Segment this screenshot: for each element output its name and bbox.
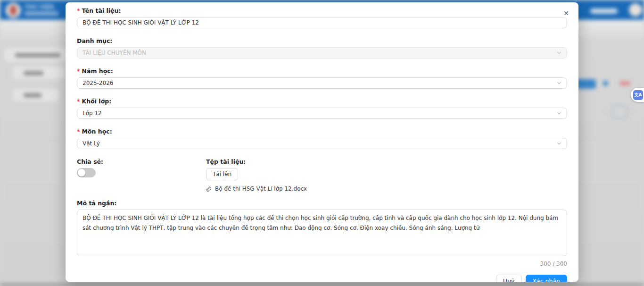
chevron-down-icon (557, 50, 561, 55)
description-label: Mô tả ngắn: (77, 200, 567, 207)
edit-document-modal: ✕ * Tên tài liệu: Danh mục: TÀI LIỆU CHU… (66, 2, 578, 282)
field-school-year: * Năm học: 2025-2026 (77, 67, 567, 89)
share-file-row: Chia sẻ: Tệp tài liệu: Tải lên Bộ đề thi… (77, 158, 567, 192)
attached-file-name: Bộ đề thi HSG Vật Lí lớp 12.docx (215, 185, 307, 192)
category-select: TÀI LIỆU CHUYÊN MÔN (77, 47, 567, 59)
char-counter: 300 / 300 (77, 261, 567, 267)
required-mark: * (77, 128, 80, 135)
file-label: Tệp tài liệu: (206, 158, 567, 165)
subject-select[interactable]: Vật Lý (77, 138, 567, 149)
chevron-down-icon (557, 111, 561, 116)
grade-select[interactable]: Lớp 12 (77, 108, 567, 119)
cancel-button[interactable]: Huỷ (496, 275, 522, 282)
attached-file[interactable]: Bộ đề thi HSG Vật Lí lớp 12.docx (206, 185, 567, 192)
category-select-value: TÀI LIỆU CHUYÊN MÔN (83, 50, 146, 56)
translate-icon[interactable]: 文A (633, 90, 643, 100)
field-category: Danh mục: TÀI LIỆU CHUYÊN MÔN (77, 37, 567, 59)
paperclip-icon (206, 186, 212, 192)
field-file: Tệp tài liệu: Tải lên Bộ đề thi HSG Vật … (206, 158, 567, 192)
subject-select-value: Vật Lý (83, 140, 100, 147)
grade-label: * Khối lớp: (77, 98, 567, 105)
translate-widget[interactable]: 文A (631, 88, 644, 102)
school-year-label: * Năm học: (77, 67, 567, 75)
confirm-button[interactable]: Xác nhận (526, 275, 568, 282)
close-icon[interactable]: ✕ (562, 9, 570, 17)
field-description: Mô tả ngắn: BỘ ĐỀ THI HỌC SINH GIỎI VẬT … (77, 200, 567, 267)
subject-label: * Môn học: (77, 128, 567, 135)
school-year-select[interactable]: 2025-2026 (77, 77, 567, 89)
required-mark: * (77, 67, 80, 75)
chevron-down-icon (557, 81, 561, 85)
share-toggle-knob (78, 169, 85, 177)
required-mark: * (77, 98, 80, 105)
required-mark: * (77, 7, 80, 14)
document-name-label: * Tên tài liệu: (77, 7, 567, 14)
field-grade: * Khối lớp: Lớp 12 (77, 98, 567, 119)
chevron-down-icon (557, 141, 561, 146)
category-label: Danh mục: (77, 37, 567, 44)
share-label: Chia sẻ: (77, 158, 206, 165)
field-share: Chia sẻ: (77, 158, 206, 192)
grade-select-value: Lớp 12 (83, 110, 102, 117)
document-name-input[interactable] (77, 17, 567, 28)
field-subject: * Môn học: Vật Lý (77, 128, 567, 149)
share-toggle[interactable] (77, 168, 96, 177)
modal-footer: Huỷ Xác nhận (77, 275, 567, 282)
field-document-name: * Tên tài liệu: (77, 7, 567, 28)
school-year-select-value: 2025-2026 (83, 80, 113, 86)
description-textarea[interactable]: BỘ ĐỀ THI HỌC SINH GIỎI VẬT LÝ LỚP 12 là… (77, 210, 567, 256)
upload-button[interactable]: Tải lên (206, 168, 238, 180)
